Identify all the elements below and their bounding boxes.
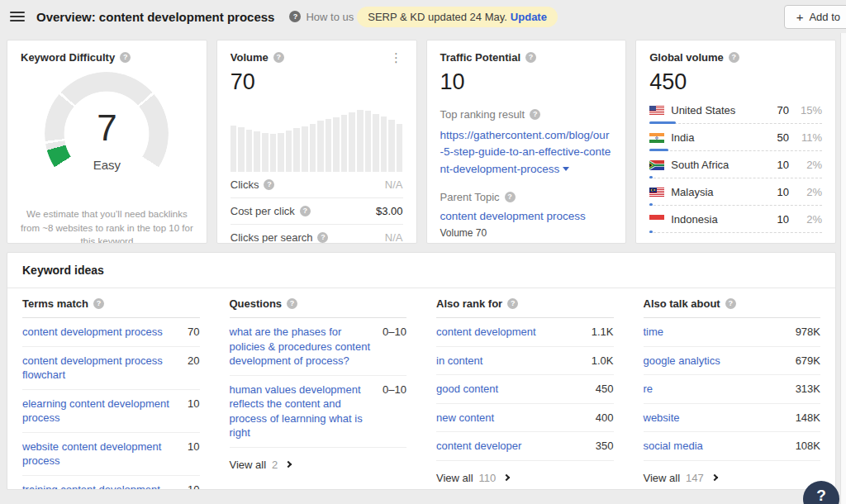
clicks-per-search-row: Clicks per search ? N/A [231,225,403,244]
top-ranking-result-link[interactable]: https://gathercontent.com/blog/our-5-ste… [440,127,613,178]
scrollbar[interactable] [840,33,846,504]
keyword-link[interactable]: website [644,411,680,426]
keyword-row: in content1.0K [436,347,614,376]
keyword-link[interactable]: human values development reflects the co… [230,383,375,440]
keyword-link[interactable]: what are the phases for policies & proce… [230,325,375,368]
keyword-volume: 148K [787,411,820,426]
keyword-volume: 350 [587,439,614,454]
keyword-volume: 679K [787,354,820,368]
keyword-link[interactable]: content development process flowchart [22,354,179,383]
view-all-also-rank-for[interactable]: View all 110 [436,461,614,484]
volume-bar [286,131,292,172]
country-volume-bar [649,121,676,124]
keyword-row: time978K [644,318,821,347]
country-volume: 10 [769,186,789,198]
keyword-volume: 978K [787,325,820,340]
volume-bar [317,121,324,172]
help-circle-icon[interactable]: ? [725,298,736,309]
volume-trend-chart [231,106,403,172]
help-circle-icon[interactable]: ? [93,298,104,309]
keyword-link[interactable]: in content [436,354,482,368]
country-row-south-africa: South Africa 10 2% [649,151,822,178]
keyword-row: google analytics679K [644,347,821,376]
clicks-label: Clicks [231,178,259,191]
clicks-per-search-label: Clicks per search [231,231,313,244]
volume-bar [341,115,348,172]
keyword-volume: 0–10 [374,325,406,340]
how-to-use-link[interactable]: ? How to us [289,11,354,23]
country-percent: 2% [796,159,822,171]
update-link[interactable]: Update [511,11,547,23]
help-circle-icon[interactable]: ? [120,52,131,63]
plus-icon: + [796,11,804,23]
keyword-link[interactable]: content developer [436,439,521,454]
view-all-also-talk-about[interactable]: View all 147 [644,461,821,484]
help-circle-icon[interactable]: ? [530,109,540,120]
help-circle-icon[interactable]: ? [264,179,274,190]
keyword-row: re313K [644,375,821,404]
help-circle-icon[interactable]: ? [273,52,284,63]
country-volume-bar [649,231,653,233]
keyword-link[interactable]: training content development process [22,483,179,490]
keyword-difficulty-value: 7 [45,110,169,146]
keyword-difficulty-level: Easy [45,158,169,172]
india-flag-icon [649,133,664,143]
keyword-link[interactable]: google analytics [644,354,720,368]
help-circle-icon[interactable]: ? [507,298,518,309]
help-circle-icon[interactable]: ? [505,192,516,202]
global-volume-title: Global volume [649,51,724,64]
keyword-ideas-panel: Keyword ideas Terms match ? content deve… [7,252,836,490]
keyword-link[interactable]: re [644,382,654,397]
serp-update-badge: SERP & KD updated 24 May.Update [357,7,558,27]
volume-bar [310,124,316,172]
traffic-potential-value: 10 [440,69,613,95]
country-percent: 15% [796,104,822,116]
keyword-volume: 450 [587,382,614,397]
keyword-row: content development1.1K [436,318,614,347]
parent-topic-link[interactable]: content development process [440,210,586,222]
view-all-questions[interactable]: View all 2 [230,448,407,471]
country-volume: 10 [769,159,789,171]
keyword-link[interactable]: content development [436,325,536,340]
traffic-potential-card: Traffic Potential ? 10 Top ranking resul… [426,40,627,244]
keyword-row: new content400 [436,404,614,433]
add-to-button[interactable]: + Add to [784,5,846,29]
volume-bar [262,133,269,172]
country-row-india: India 50 11% [649,124,822,150]
country-percent: 2% [796,186,822,198]
terms-match-column: Terms match ? content development proces… [7,288,215,490]
hamburger-menu-icon[interactable] [10,12,25,21]
keyword-link[interactable]: website content development process [22,440,179,468]
kebab-menu-icon[interactable]: ⋮ [390,51,403,64]
view-all-count: 110 [479,472,497,484]
clicks-value: N/A [385,178,403,191]
keyword-difficulty-gauge: 7 Easy [45,72,169,196]
keyword-link[interactable]: content development process [22,325,163,340]
view-all-label: View all [230,459,267,471]
keyword-link[interactable]: new content [436,411,494,426]
help-circle-icon[interactable]: ? [729,52,739,63]
volume-bar [278,133,284,172]
keyword-row: website content development process10 [22,433,200,476]
help-circle-icon[interactable]: ? [525,52,536,63]
keyword-link[interactable]: good content [436,382,498,397]
also-talk-about-column: Also talk about ? time978K google analyt… [629,288,836,490]
keyword-row: content developer350 [436,432,614,461]
terms-match-title: Terms match [22,297,88,310]
keyword-volume: 313K [787,382,820,397]
help-circle-icon[interactable]: ? [317,232,328,243]
clicks-per-search-value: N/A [385,231,403,244]
united-states-flag-icon [649,106,664,116]
keyword-link[interactable]: time [644,325,664,340]
questions-title: Questions [230,297,283,310]
help-circle-icon[interactable]: ? [300,206,311,216]
keyword-row: website148K [644,404,821,433]
also-rank-for-title: Also rank for [436,297,502,310]
volume-bar [365,111,372,172]
country-name: United States [671,104,735,116]
help-circle-icon[interactable]: ? [287,298,297,309]
chevron-right-icon [503,474,510,481]
keyword-link[interactable]: social media [644,439,703,454]
volume-bar [357,110,364,172]
keyword-link[interactable]: elearning content development process [22,397,179,426]
